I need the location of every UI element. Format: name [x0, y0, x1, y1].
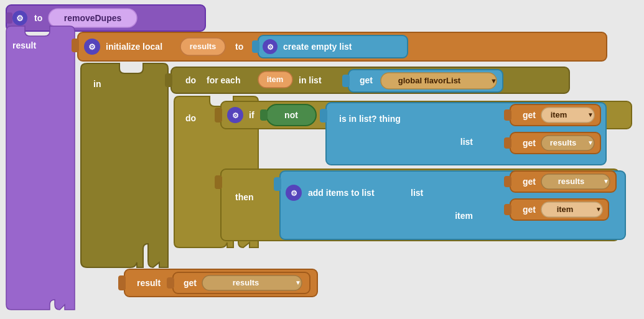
blocks-svg: ⚙ to removeDupes result ⚙ initialize loc…: [0, 0, 644, 319]
svg-rect-31: [541, 108, 594, 123]
svg-text:▼: ▼: [490, 77, 497, 85]
svg-text:▼: ▼: [603, 178, 609, 185]
get-label-flavor: get: [360, 75, 373, 85]
item-var-loop: item: [267, 75, 284, 84]
svg-text:▼: ▼: [587, 111, 594, 118]
if-label: if: [249, 110, 254, 120]
svg-rect-54: [167, 277, 174, 289]
svg-text:⚙: ⚙: [88, 42, 96, 52]
svg-text:⚙: ⚙: [291, 189, 297, 198]
list-label-then: list: [411, 188, 424, 198]
svg-rect-40: [274, 177, 281, 191]
initialize-block[interactable]: ⚙ initialize local results to ⚙ create e…: [72, 32, 607, 61]
get-label-item-then: get: [523, 205, 536, 215]
create-empty-list-label: create empty list: [283, 42, 352, 52]
to-init-label: to: [235, 42, 243, 52]
flavor-list-var: global flavorList: [398, 76, 461, 85]
svg-rect-44: [504, 176, 511, 187]
result-outer-label: result: [12, 40, 36, 50]
results-var-init: results: [190, 42, 217, 51]
result-label-bottom: result: [137, 278, 161, 288]
svg-text:⚙: ⚙: [16, 14, 24, 23]
svg-rect-48: [504, 204, 511, 215]
initialize-label: initialize local: [106, 42, 162, 52]
get-label-bottom: get: [184, 278, 197, 288]
procedure-name: removeDupes: [64, 13, 122, 23]
do-label-2: do: [185, 113, 196, 123]
list-label-condition: list: [460, 137, 474, 147]
then-block[interactable]: then ⚙ add items to list list get result…: [215, 169, 625, 241]
add-items-label: add items to list: [308, 188, 375, 198]
svg-text:▼: ▼: [295, 279, 301, 286]
in-list-label: in list: [299, 75, 322, 85]
get-label-item-1: get: [523, 110, 536, 120]
get-label-results-then: get: [523, 177, 536, 187]
do-label-1: do: [185, 75, 196, 85]
item-dropdown-1: item: [551, 110, 567, 119]
svg-rect-15: [165, 73, 172, 87]
svg-text:⚙: ⚙: [232, 111, 239, 120]
svg-text:▼: ▼: [595, 206, 602, 213]
item-label-then: item: [455, 211, 473, 221]
results-dropdown-then: results: [558, 177, 585, 186]
svg-rect-6: [72, 39, 79, 52]
svg-rect-34: [504, 137, 511, 149]
svg-rect-38: [215, 175, 222, 189]
svg-rect-52: [118, 275, 126, 290]
svg-rect-18: [342, 75, 350, 87]
in-label: in: [93, 79, 101, 89]
results-dropdown-bottom: results: [233, 278, 259, 287]
to-label: to: [34, 13, 42, 23]
is-in-list-label: is in list? thing: [339, 114, 401, 124]
for-each-label: for each: [207, 75, 240, 85]
svg-rect-30: [504, 109, 511, 121]
item-dropdown-then: item: [557, 205, 574, 214]
procedure-block[interactable]: ⚙ to removeDupes: [6, 5, 205, 31]
svg-rect-22: [215, 108, 222, 123]
get-label-results: get: [523, 138, 536, 148]
svg-rect-26: [260, 109, 268, 121]
results-dropdown-1: results: [550, 138, 577, 147]
svg-rect-11: [252, 40, 259, 53]
bottom-result-block[interactable]: result get results ▼: [118, 269, 317, 297]
svg-rect-1: [6, 12, 12, 24]
then-label: then: [235, 192, 254, 202]
svg-text:⚙: ⚙: [267, 43, 274, 52]
function-body: result: [6, 26, 75, 310]
blocks-canvas: ⚙ to removeDupes result ⚙ initialize loc…: [0, 0, 644, 319]
svg-text:▼: ▼: [587, 139, 594, 146]
svg-rect-28: [320, 109, 327, 123]
not-label: not: [284, 110, 298, 120]
